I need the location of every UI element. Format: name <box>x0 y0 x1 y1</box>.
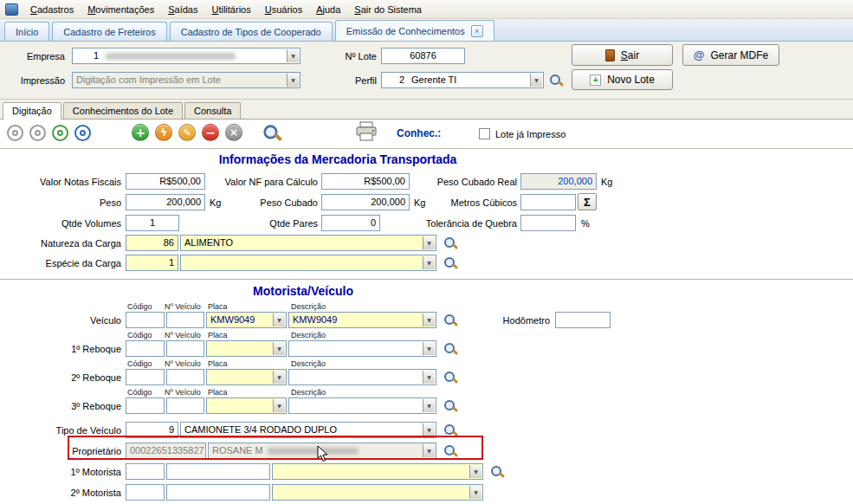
reboque1-codigo-field[interactable] <box>126 340 165 357</box>
dropdown-arrow-icon[interactable]: ▼ <box>273 342 285 355</box>
dropdown-arrow-icon[interactable]: ▼ <box>423 313 435 326</box>
dropdown-arrow-icon[interactable]: ▼ <box>423 371 435 384</box>
reboque3-placa-combobox[interactable]: ▼ <box>206 397 287 414</box>
qtde-pares-field[interactable]: 0 <box>321 215 380 231</box>
motorista1-doc-field[interactable] <box>166 463 270 480</box>
search-button[interactable] <box>262 124 281 143</box>
motorista2-doc-field[interactable] <box>166 484 270 501</box>
reboque1-num-field[interactable] <box>166 340 204 357</box>
edit-button[interactable]: ✎ <box>178 124 196 141</box>
tab-cadastro-de-tipos-de-cooperado[interactable]: Cadastro de Tipos de Cooperado <box>170 22 333 41</box>
col-header-placa: Placa <box>208 359 228 368</box>
dropdown-arrow-icon[interactable]: ▼ <box>273 313 285 326</box>
reboque3-num-field[interactable] <box>166 397 204 414</box>
motorista2-codigo-field[interactable] <box>126 484 165 501</box>
sigma-button[interactable]: Σ <box>578 193 597 210</box>
menu-usuarios[interactable]: Usuários <box>258 2 309 17</box>
gerar-mdfe-button[interactable]: @ Gerar MDFe <box>682 44 779 66</box>
dropdown-arrow-icon[interactable]: ▼ <box>287 49 299 62</box>
dropdown-arrow-icon[interactable]: ▼ <box>287 74 299 87</box>
reboque2-search-icon[interactable] <box>443 371 457 384</box>
reboque1-search-icon[interactable] <box>443 342 457 356</box>
subtab-consulta[interactable]: Consulta <box>184 102 241 119</box>
reboque3-search-icon[interactable] <box>443 399 457 413</box>
dropdown-arrow-icon[interactable]: ▼ <box>530 74 542 87</box>
empresa-combobox[interactable]: 1 ▼ <box>72 48 300 64</box>
reboque1-placa-combobox[interactable]: ▼ <box>206 340 287 357</box>
reboque2-placa-combobox[interactable]: ▼ <box>206 369 287 385</box>
peso-cubado-field[interactable]: 200,000 <box>321 194 410 210</box>
reboque2-codigo-field[interactable] <box>126 369 165 385</box>
nav-last-button[interactable] <box>74 125 91 141</box>
veiculo-descricao-combobox[interactable]: KMW9049 ▼ <box>288 312 436 328</box>
nav-first-button[interactable] <box>7 125 23 141</box>
hodometro-field[interactable] <box>555 312 611 328</box>
tolerancia-quebra-field[interactable] <box>520 215 576 231</box>
menu-movimentacoes[interactable]: Movimentações <box>81 2 161 17</box>
veiculo-num-field[interactable] <box>166 312 204 328</box>
motorista1-search-icon[interactable] <box>490 465 504 479</box>
add-button[interactable]: + <box>132 124 149 141</box>
nav-previous-button[interactable] <box>29 125 46 141</box>
veiculo-search-icon[interactable] <box>443 313 457 327</box>
motorista1-combobox[interactable]: ▼ <box>272 463 483 480</box>
menu-utilitarios[interactable]: Utilitários <box>204 2 257 17</box>
qtde-volumes-field[interactable]: 1 <box>126 215 179 231</box>
dropdown-arrow-icon[interactable]: ▼ <box>423 399 435 412</box>
reboque3-codigo-field[interactable] <box>126 397 165 414</box>
dropdown-arrow-icon[interactable]: ▼ <box>423 423 435 436</box>
tab-cadastro-de-freteiros[interactable]: Cadastro de Freteiros <box>52 22 166 41</box>
delete-button[interactable]: − <box>202 124 219 141</box>
veiculo-codigo-field[interactable] <box>126 312 165 328</box>
lote-field[interactable]: 60876 <box>381 48 465 64</box>
valor-notas-fiscais-field[interactable]: R$500,00 <box>126 173 205 190</box>
menu-sair-do-sistema[interactable]: Sair do Sistema <box>347 2 429 17</box>
menu-cadastros[interactable]: Cadastros <box>23 2 81 17</box>
close-tab-icon[interactable]: × <box>471 25 483 37</box>
natureza-search-icon[interactable] <box>443 236 457 250</box>
especie-search-icon[interactable] <box>443 256 457 270</box>
print-icon[interactable] <box>355 121 378 141</box>
dropdown-arrow-icon[interactable]: ▼ <box>273 399 285 412</box>
natureza-carga-label: Natureza da Carga <box>9 236 121 251</box>
natureza-carga-combobox[interactable]: ALIMENTO ▼ <box>180 235 436 251</box>
natureza-carga-code-field[interactable]: 86 <box>126 235 178 251</box>
dropdown-arrow-icon[interactable]: ▼ <box>273 371 285 384</box>
lote-impresso-checkbox[interactable] <box>479 128 490 139</box>
mouse-cursor <box>317 445 329 462</box>
reboque2-descricao-combobox[interactable]: ▼ <box>288 369 436 385</box>
empresa-label: Empresa <box>16 48 65 64</box>
perfil-combobox[interactable]: 2 Gerente TI ▼ <box>381 72 544 88</box>
cancel-button[interactable]: × <box>225 124 242 141</box>
dropdown-arrow-icon[interactable]: ▼ <box>423 236 435 249</box>
subtab-digitacao[interactable]: Digitação <box>3 102 61 120</box>
valor-nf-calculo-field[interactable]: R$500,00 <box>321 173 410 190</box>
reboque1-descricao-combobox[interactable]: ▼ <box>288 340 436 357</box>
dropdown-arrow-icon[interactable]: ▼ <box>423 256 435 269</box>
tab-inicio[interactable]: Início <box>4 22 49 41</box>
especie-carga-code-field[interactable]: 1 <box>126 255 178 271</box>
perfil-search-icon[interactable] <box>549 74 563 87</box>
reboque2-num-field[interactable] <box>166 369 204 385</box>
subtab-conhecimentos-do-lote[interactable]: Conhecimentos do Lote <box>63 102 183 119</box>
lote-impresso-label: Lote já Impresso <box>495 126 565 142</box>
peso-field[interactable]: 200,000 <box>126 194 205 210</box>
dropdown-arrow-icon[interactable]: ▼ <box>469 486 481 499</box>
tab-emissao-de-conhecimentos[interactable]: Emissão de Conhecimentos × <box>335 20 494 41</box>
veiculo-placa-combobox[interactable]: KMW9049 ▼ <box>206 312 287 328</box>
impressao-combobox[interactable]: Digitação com Impressão em Lote ▼ <box>72 72 300 88</box>
col-header-num-veiculo: Nº Veículo <box>165 331 201 339</box>
nav-next-button[interactable] <box>52 125 68 141</box>
menu-ajuda[interactable]: Ajuda <box>309 2 347 17</box>
metros-cubicos-field[interactable] <box>520 194 576 210</box>
especie-carga-combobox[interactable]: ▼ <box>180 255 436 271</box>
motorista1-codigo-field[interactable] <box>126 463 165 480</box>
dropdown-arrow-icon[interactable]: ▼ <box>469 465 481 478</box>
quick-post-button[interactable]: ϟ <box>155 124 172 141</box>
motorista2-combobox[interactable]: ▼ <box>272 484 483 501</box>
sair-button[interactable]: Sair <box>572 44 673 66</box>
dropdown-arrow-icon[interactable]: ▼ <box>423 342 435 355</box>
reboque3-descricao-combobox[interactable]: ▼ <box>288 397 436 414</box>
novo-lote-button[interactable]: + Novo Lote <box>572 69 673 90</box>
menu-saidas[interactable]: Saídas <box>161 2 204 17</box>
